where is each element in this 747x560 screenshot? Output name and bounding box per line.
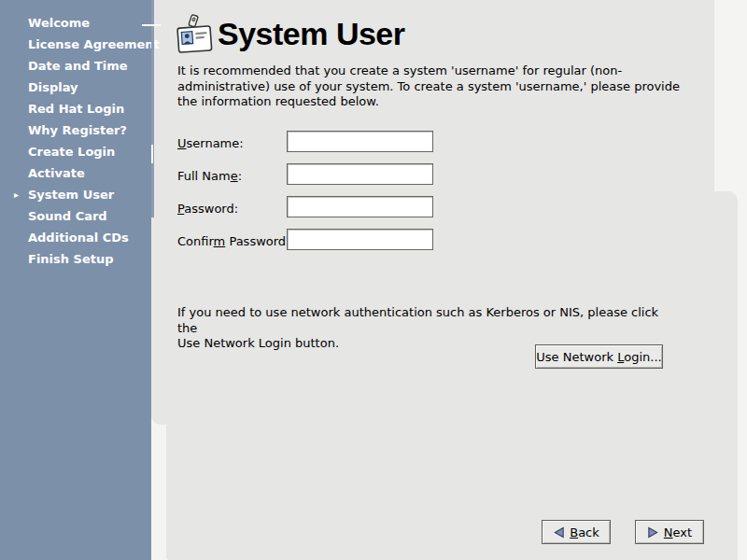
sidebar-item-system-user: ▸ System User [0, 184, 151, 205]
fullname-label: Full Name: [177, 169, 242, 183]
password-label: Password: [177, 202, 238, 216]
use-network-login-button[interactable]: Use Network Login... [535, 344, 663, 369]
fullname-input[interactable] [287, 163, 433, 185]
panel-connector-tick [151, 145, 153, 163]
confirm-password-input[interactable] [287, 229, 433, 250]
sidebar-item-display: Display [0, 77, 151, 98]
sidebar-item-activate: Activate [0, 162, 151, 184]
id-badge-icon [176, 13, 215, 56]
active-step-arrow-icon: ▸ [14, 184, 19, 205]
back-arrow-icon [553, 526, 565, 539]
intro-paragraph: It is recommended that you create a syst… [177, 63, 682, 110]
sidebar-item-license-agreement: License Agreement [0, 34, 151, 55]
sidebar-item-date-and-time: Date and Time [0, 55, 151, 77]
wizard-step-list: Welcome License Agreement Date and Time … [0, 0, 151, 270]
next-arrow-icon [647, 526, 659, 539]
sidebar-item-why-register: Why Register? [0, 119, 151, 141]
sidebar-item-finish-setup: Finish Setup [0, 248, 151, 270]
sidebar-item-welcome: Welcome [0, 12, 151, 34]
page-title: System User [218, 16, 405, 52]
username-input[interactable] [287, 131, 433, 152]
next-button[interactable]: Next [635, 520, 704, 544]
sidebar-edge-highlight [151, 0, 154, 217]
sidebar-item-create-login: Create Login [0, 141, 151, 162]
wizard-sidebar: Welcome License Agreement Date and Time … [0, 0, 151, 560]
sidebar-item-additional-cds: Additional CDs [0, 227, 151, 248]
sidebar-item-red-hat-login: Red Hat Login [0, 98, 151, 119]
password-input[interactable] [287, 196, 433, 217]
username-label: Username: [177, 136, 244, 150]
back-button[interactable]: Back [542, 520, 611, 544]
panel-connector-dash [142, 24, 161, 26]
confirm-password-label: Confirm Password: [177, 234, 289, 248]
sidebar-item-sound-card: Sound Card [0, 205, 151, 227]
